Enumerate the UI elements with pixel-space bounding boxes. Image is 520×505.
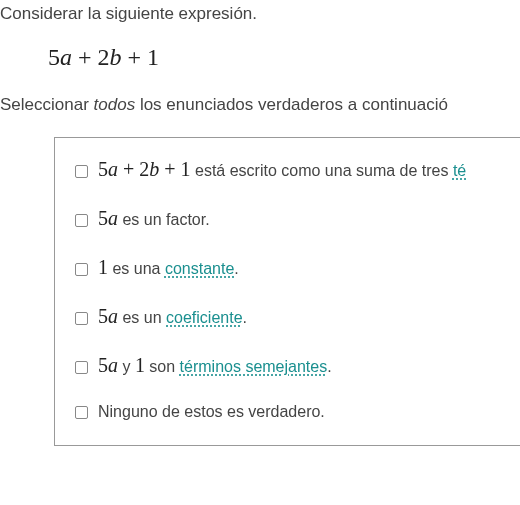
option-row[interactable]: 1 es una constante. — [55, 256, 520, 279]
term-link[interactable]: té — [453, 162, 466, 179]
option-label: Ninguno de estos es verdadero. — [98, 403, 325, 421]
expression-display: 5a + 2b + 1 — [0, 24, 520, 91]
checkbox-icon[interactable] — [75, 214, 88, 227]
main-expression: 5a + 2b + 1 — [48, 44, 159, 70]
checkbox-icon[interactable] — [75, 406, 88, 419]
checkbox-icon[interactable] — [75, 165, 88, 178]
checkbox-icon[interactable] — [75, 263, 88, 276]
checkbox-icon[interactable] — [75, 361, 88, 374]
option-row[interactable]: 5a y 1 son términos semejantes. — [55, 354, 520, 377]
option-label: 5a y 1 son términos semejantes. — [98, 354, 332, 377]
term-link[interactable]: constante — [165, 260, 234, 277]
option-label: 1 es una constante. — [98, 256, 239, 279]
term-link[interactable]: términos semejantes — [180, 358, 328, 375]
option-row[interactable]: Ninguno de estos es verdadero. — [55, 403, 520, 421]
option-label: 5a + 2b + 1 está escrito como una suma d… — [98, 158, 466, 181]
option-row[interactable]: 5a es un coeficiente. — [55, 305, 520, 328]
option-row[interactable]: 5a + 2b + 1 está escrito como una suma d… — [55, 158, 520, 181]
options-container: 5a + 2b + 1 está escrito como una suma d… — [54, 137, 520, 446]
intro-text: Considerar la siguiente expresión. — [0, 0, 520, 24]
checkbox-icon[interactable] — [75, 312, 88, 325]
option-label: 5a es un factor. — [98, 207, 210, 230]
prompt-text: Seleccionar todos los enunciados verdade… — [0, 91, 520, 115]
term-link[interactable]: coeficiente — [166, 309, 243, 326]
option-row[interactable]: 5a es un factor. — [55, 207, 520, 230]
option-label: 5a es un coeficiente. — [98, 305, 247, 328]
